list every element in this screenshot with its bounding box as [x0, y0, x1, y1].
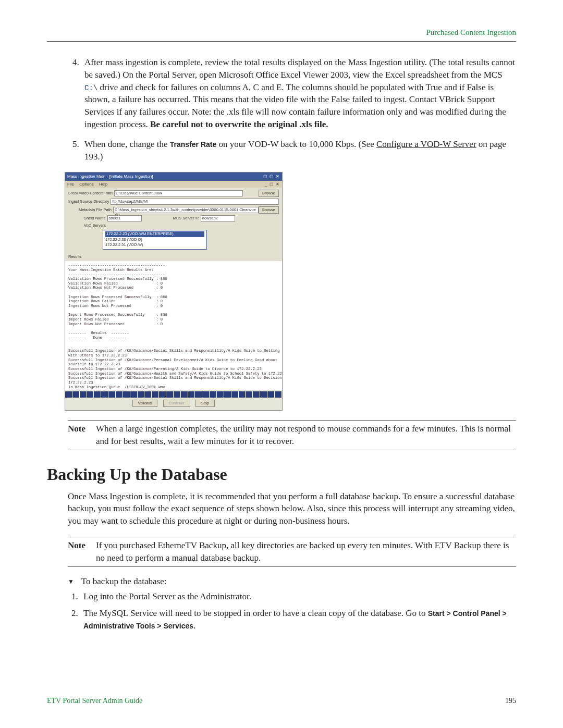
- stop-button[interactable]: Stop: [195, 400, 215, 407]
- menu-options[interactable]: Options: [79, 182, 94, 187]
- step-4-text-pre: After mass ingestion is complete, review…: [84, 57, 515, 80]
- note2-body: If you purchased EtherneTV Backup, all k…: [96, 539, 516, 564]
- sheet-name-label: Sheet Name: [84, 216, 106, 221]
- sheet-name-input[interactable]: sheet1: [107, 215, 142, 221]
- backup-step-2-post: .: [193, 621, 195, 631]
- note1-rule-top: [68, 420, 516, 421]
- step-4-text-bold: Be careful not to overwrite the original…: [150, 119, 328, 129]
- main-ordered-list: After mass ingestion is complete, review…: [68, 56, 516, 163]
- menu-file[interactable]: File: [67, 182, 74, 187]
- vod-server-option-1[interactable]: 172.22.2.38 (VOD-D): [105, 237, 204, 243]
- window-controls-sub[interactable]: _ ▢ ✕: [265, 181, 280, 187]
- note-1: Note When a large ingestion completes, t…: [68, 423, 516, 448]
- note2-rule-bottom: [68, 566, 516, 567]
- continue-button[interactable]: Continue: [163, 400, 190, 407]
- vod-servers-label: VoD Servers: [84, 223, 106, 229]
- backup-step-2: The MySQL Service will need to be stoppe…: [80, 607, 516, 632]
- backup-step-2-pre: The MySQL Service will need to be stoppe…: [83, 608, 428, 618]
- ingest-source-input[interactable]: ftp://dowsap2/Mis/M/: [111, 199, 279, 205]
- step-4: After mass ingestion is complete, review…: [81, 56, 516, 131]
- header-topic: Purchased Content Ingestion: [47, 27, 516, 38]
- results-header: Results: [65, 253, 282, 262]
- menu-help[interactable]: Help: [99, 182, 107, 187]
- backup-intro-para: Once Mass Ingestion is complete, it is r…: [68, 490, 516, 527]
- progress-bar: [65, 391, 282, 398]
- configure-vodw-link[interactable]: Configure a VOD-W Server: [376, 139, 476, 149]
- vod-servers-listbox[interactable]: 172.22.2.23 (VOD-WM ENTERPRISE) 172.22.2…: [103, 230, 207, 250]
- c-drive-path: C:\: [84, 84, 97, 92]
- local-video-input[interactable]: C:\CleanVue Content\300k: [114, 190, 243, 196]
- local-video-label: Local Video Content Path: [68, 191, 113, 196]
- step-5-text-pre: When done, change the: [84, 139, 170, 149]
- note-2: Note If you purchased EtherneTV Backup, …: [68, 539, 516, 564]
- browse-button-1[interactable]: Browse: [259, 190, 279, 197]
- step-5: When done, change the Transfer Rate on y…: [81, 138, 516, 163]
- footer-title: ETV Portal Server Admin Guide: [47, 696, 142, 706]
- vod-server-option-2[interactable]: 172.22.2.51 (VOD-W): [105, 242, 204, 248]
- bottom-button-row: Validate Continue Stop: [65, 398, 282, 410]
- header-rule: [47, 41, 516, 42]
- vod-server-selected[interactable]: 172.22.2.23 (VOD-WM ENTERPRISE): [105, 231, 204, 237]
- note2-rule-top: [68, 537, 516, 537]
- backup-steps: Log into the Portal Server as the Admini…: [68, 590, 516, 632]
- validate-button[interactable]: Validate: [132, 400, 158, 407]
- window-title: Mass Ingestion Main - [Initiate Mass Ing…: [67, 174, 153, 179]
- procedure-lead-text: To backup the database:: [81, 576, 167, 586]
- procedure-lead: ▼ To backup the database:: [68, 575, 516, 588]
- triangle-icon: ▼: [68, 577, 74, 586]
- ingest-source-label: Ingest Source Directory: [68, 199, 109, 205]
- metadata-path-label: Metadata File Path: [79, 207, 112, 213]
- note1-rule-bottom: [68, 450, 516, 450]
- page-footer: ETV Portal Server Admin Guide 195: [47, 696, 516, 706]
- metadata-path-input[interactable]: C:\Mass_ingestion_sheets4.2.1.3with_cont…: [113, 207, 259, 213]
- section-heading: Backing Up the Database: [47, 463, 516, 486]
- note1-label: Note: [68, 423, 96, 448]
- note1-body: When a large ingestion completes, the ut…: [96, 423, 516, 448]
- menu-bar: File Options Help _ ▢ ✕: [65, 181, 282, 188]
- mcs-server-label: MCS Server IP: [173, 216, 199, 221]
- footer-page-number: 195: [505, 696, 516, 706]
- backup-step-1: Log into the Portal Server as the Admini…: [80, 590, 516, 603]
- window-titlebar: Mass Ingestion Main - [Initiate Mass Ing…: [65, 172, 282, 180]
- step-5-text-mid: on your VOD-W back to 10,000 Kbps. (See: [216, 139, 376, 149]
- ingestion-form: Local Video Content Path C:\CleanVue Con…: [65, 188, 282, 253]
- note2-label: Note: [68, 539, 96, 564]
- transfer-rate-label: Transfer Rate: [170, 140, 216, 149]
- results-console: ----------------------------------------…: [65, 261, 282, 390]
- mass-ingestion-screenshot: Mass Ingestion Main - [Initiate Mass Ing…: [65, 172, 283, 411]
- browse-button-2[interactable]: Browse: [259, 206, 279, 214]
- mcs-server-input[interactable]: dowsap2: [201, 215, 235, 221]
- window-controls-top[interactable]: ▢ ▢ ✕: [263, 174, 280, 179]
